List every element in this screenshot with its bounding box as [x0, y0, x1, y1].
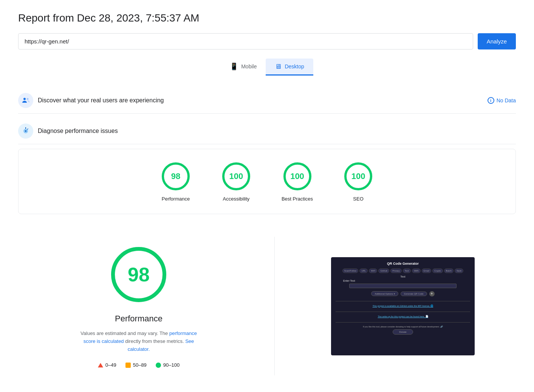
ss-tag-item: Privacy [390, 269, 402, 273]
best-practices-circle: 100 [282, 161, 313, 191]
ss-tag-item: Style [455, 269, 463, 273]
svg-point-1 [27, 98, 29, 100]
perf-icon [18, 123, 33, 139]
ss-donate-text: If you like this tool, please consider d… [363, 326, 443, 328]
big-performance-circle: 98 [108, 244, 169, 305]
ss-tag-item: URL [359, 269, 368, 273]
perf-note-directly: directly from these metrics. [125, 338, 184, 344]
perf-right: QR Code Generator Scan/Follow URL WiFi G… [290, 229, 516, 383]
legend-square-icon [125, 363, 131, 368]
tab-mobile-label: Mobile [241, 63, 257, 69]
section-left: Discover what your real users are experi… [18, 93, 164, 108]
ss-donate-btn: Donate [393, 329, 413, 335]
ss-divider [336, 301, 470, 301]
performance-note: Values are estimated and may vary. The p… [74, 330, 203, 353]
performance-detail-title: Performance [115, 314, 163, 324]
ss-tag-item: Text [403, 269, 411, 273]
score-performance[interactable]: 98 Performance [161, 161, 191, 202]
ss-tag-item: WiFi [369, 269, 377, 273]
accessibility-value: 100 [229, 171, 243, 181]
best-practices-value: 100 [290, 171, 304, 181]
score-best-practices[interactable]: 100 Best Practices [282, 161, 313, 202]
users-icon [18, 93, 33, 108]
seo-label: SEO [353, 196, 363, 202]
tab-desktop[interactable]: 🖥 Desktop [266, 59, 313, 76]
ss-divider2 [336, 312, 470, 312]
real-users-section: Discover what your real users are experi… [18, 88, 516, 114]
ss-tag-item: GitHub [378, 269, 389, 273]
mobile-icon: 📱 [230, 62, 238, 71]
report-title: Report from Dec 28, 2023, 7:55:37 AM [18, 12, 516, 24]
diagnose-header: Diagnose performance issues [18, 118, 516, 144]
device-tabs: 📱 Mobile 🖥 Desktop [18, 59, 516, 76]
tab-mobile[interactable]: 📱 Mobile [221, 59, 266, 76]
legend-green-range: 90–100 [163, 362, 180, 368]
ss-input-label: Enter Text [343, 279, 355, 282]
ss-footer-link1: This project is available on GitHub unde… [373, 304, 433, 307]
ss-add-btn: + [429, 291, 435, 296]
legend-orange: 50–89 [125, 362, 147, 368]
legend-triangle-icon [98, 363, 103, 367]
analyze-button[interactable]: Analyze [478, 33, 516, 49]
score-accessibility[interactable]: 100 Accessibility [221, 161, 251, 202]
url-input[interactable] [18, 33, 473, 49]
real-users-title: Discover what your real users are experi… [38, 97, 164, 104]
no-data-label: No Data [497, 97, 516, 103]
performance-value: 98 [171, 171, 180, 181]
scores-card: 98 Performance 100 Accessibility 1 [18, 149, 516, 214]
svg-point-4 [25, 130, 26, 132]
perf-note-text1: Values are estimated and may vary. The [80, 330, 168, 336]
ss-app-title: QR Code Generator [387, 262, 419, 265]
ss-generate-btn: Generate QR Code [401, 292, 427, 296]
seo-value: 100 [351, 171, 365, 181]
ss-options-row: Additional Options ▾ Generate QR Code + [371, 291, 434, 296]
ss-tags: Scan/Follow URL WiFi GitHub Privacy Text… [342, 269, 463, 273]
seo-circle: 100 [343, 161, 373, 191]
diagnose-left: Diagnose performance issues [18, 123, 118, 139]
ss-footer-link2: The write-up for this project can be fou… [378, 315, 428, 318]
tab-desktop-label: Desktop [285, 63, 304, 69]
score-seo[interactable]: 100 SEO [343, 161, 373, 202]
ss-tag-item: Scan/Follow [342, 269, 359, 273]
best-practices-label: Best Practices [282, 196, 313, 202]
performance-circle: 98 [161, 161, 191, 191]
diagnose-section: Diagnose performance issues 98 Performan… [18, 118, 516, 383]
score-legend: 0–49 50–89 90–100 [98, 362, 180, 368]
ss-divider3 [336, 322, 470, 323]
ss-tag-item: Batch [444, 269, 454, 273]
accessibility-label: Accessibility [223, 196, 250, 202]
perf-divider [274, 237, 275, 375]
big-performance-value: 98 [128, 263, 150, 286]
desktop-icon: 🖥 [275, 63, 282, 71]
legend-red-range: 0–49 [105, 362, 116, 368]
legend-circle-icon [156, 363, 161, 368]
info-icon: i [488, 97, 494, 104]
performance-label: Performance [162, 196, 190, 202]
performance-detail: 98 Performance Values are estimated and … [18, 229, 516, 383]
ss-active-tab: Text [401, 275, 406, 278]
ss-text-input [349, 284, 457, 288]
ss-tag-item: Crypto [432, 269, 443, 273]
accessibility-circle: 100 [221, 161, 251, 191]
legend-red: 0–49 [98, 362, 116, 368]
url-bar: Analyze [18, 33, 516, 49]
site-screenshot: QR Code Generator Scan/Follow URL WiFi G… [331, 257, 475, 355]
legend-orange-range: 50–89 [133, 362, 147, 368]
legend-green: 90–100 [156, 362, 180, 368]
ss-tag-item: SMS [412, 269, 421, 273]
no-data-indicator: i No Data [488, 97, 516, 104]
ss-options-btn: Additional Options ▾ [371, 291, 398, 296]
ss-tag-item: Email [422, 269, 431, 273]
diagnose-title: Diagnose performance issues [38, 128, 118, 134]
perf-left: 98 Performance Values are estimated and … [18, 229, 259, 383]
svg-point-0 [23, 98, 26, 100]
